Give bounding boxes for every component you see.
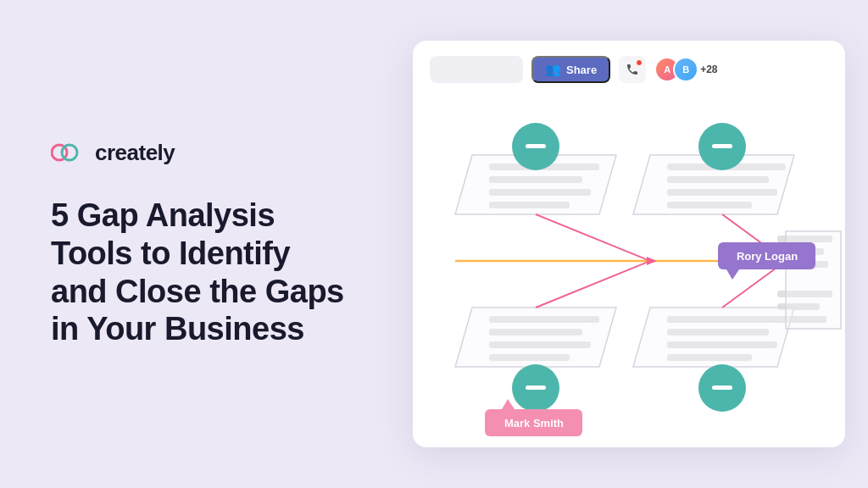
search-bar[interactable] xyxy=(430,56,523,83)
arrow-top-left xyxy=(536,214,650,261)
arrow-head-center-left xyxy=(647,257,657,265)
mark-smith-arrow xyxy=(502,399,515,409)
minus-top-right xyxy=(712,144,732,148)
rory-logan-label: Rory Logan xyxy=(737,250,798,263)
minus-bottom-right xyxy=(712,385,732,390)
avatars-group: A B +28 xyxy=(654,57,717,82)
rory-logan-arrow xyxy=(726,269,739,280)
left-panel: creately 5 Gap Analysis Tools to Identif… xyxy=(0,97,390,391)
toolbar: 👥 Share A B +28 xyxy=(430,56,828,83)
logo-text: creately xyxy=(95,140,175,166)
logo-icon xyxy=(51,141,86,164)
share-label: Share xyxy=(566,64,597,76)
bottom-left-parallelogram xyxy=(455,308,616,367)
right-panel: 👥 Share A B +28 xyxy=(390,0,868,488)
avatars-count: +28 xyxy=(700,64,717,75)
call-active-dot xyxy=(636,59,643,66)
page-headline: 5 Gap Analysis Tools to Identify and Clo… xyxy=(51,197,348,348)
arrow-bottom-left xyxy=(536,261,650,308)
avatar-2: B xyxy=(673,57,698,82)
call-button[interactable] xyxy=(619,56,646,83)
minus-bottom-left xyxy=(526,385,546,390)
share-button[interactable]: 👥 Share xyxy=(531,56,610,83)
svg-point-1 xyxy=(62,145,77,160)
bottom-right-parallelogram xyxy=(633,308,794,367)
minus-top-left xyxy=(526,144,546,148)
share-icon: 👥 xyxy=(545,62,561,77)
diagram-svg: Mark Smith Rory Logan xyxy=(413,41,845,447)
canvas-card: 👥 Share A B +28 xyxy=(413,41,845,447)
mark-smith-label: Mark Smith xyxy=(504,417,564,430)
logo-area: creately xyxy=(51,140,348,166)
